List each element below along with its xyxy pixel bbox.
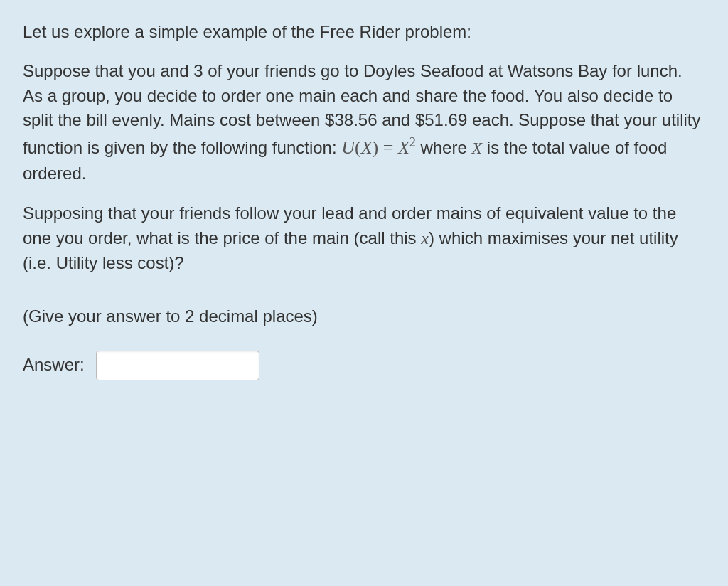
answer-row: Answer: (23, 351, 705, 380)
answer-label: Answer: (23, 353, 85, 378)
setup-variable-X: X (471, 139, 482, 157)
formula-rhs-base: X (398, 137, 410, 158)
setup-text-2-prefix: where (420, 138, 471, 157)
answer-input[interactable] (96, 351, 259, 380)
instruction-text: (Give your answer to 2 decimal places) (23, 304, 705, 329)
formula-rhs-exp: 2 (410, 135, 416, 149)
question-paragraph: Supposing that your friends follow your … (23, 201, 705, 275)
formula-func: U (341, 137, 355, 158)
intro-text: Let us explore a simple example of the F… (23, 20, 705, 45)
utility-formula: U(X) = X2 (341, 137, 420, 158)
question-variable-x: x (421, 229, 429, 247)
setup-paragraph: Suppose that you and 3 of your friends g… (23, 59, 705, 186)
formula-arg: X (361, 137, 373, 158)
